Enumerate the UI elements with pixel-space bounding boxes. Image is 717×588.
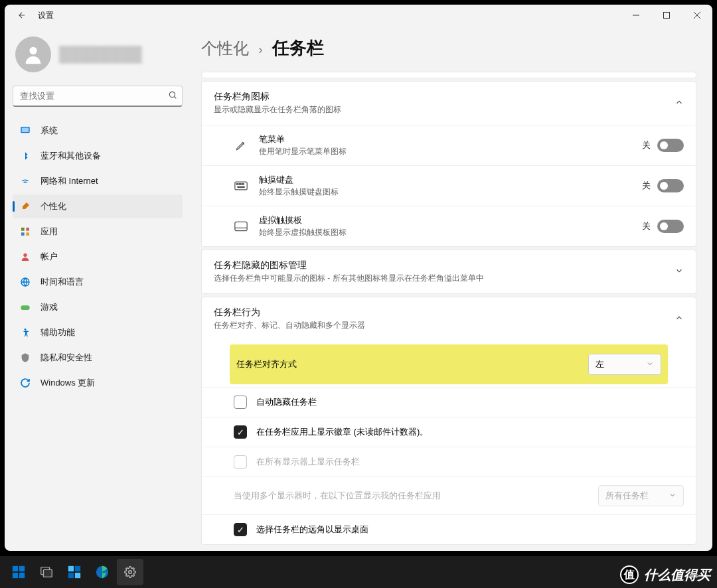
svg-rect-21 bbox=[13, 566, 18, 571]
user-profile[interactable]: ████████ bbox=[13, 26, 183, 86]
chevron-up-icon bbox=[675, 98, 684, 110]
corner-icon-row: 虚拟触摸板始终显示虚拟触摸板图标 关 bbox=[202, 206, 696, 246]
corner-icons-card: 任务栏角图标 显示或隐藏显示在任务栏角落的图标 笔菜单使用笔时显示笔菜单图标 关… bbox=[201, 81, 696, 247]
nav-label: 蓝牙和其他设备 bbox=[40, 150, 101, 162]
svg-point-12 bbox=[25, 329, 27, 331]
svg-rect-23 bbox=[13, 573, 18, 578]
nav-item-apps[interactable]: 应用 bbox=[13, 220, 183, 244]
breadcrumb-current: 任务栏 bbox=[272, 37, 324, 60]
nav-item-globe[interactable]: 时间和语言 bbox=[13, 270, 183, 294]
hidden-icons-card: 任务栏隐藏的图标管理 选择任务栏角中可能显示的图标 - 所有其他图标将显示在任务… bbox=[201, 250, 696, 294]
svg-rect-13 bbox=[235, 182, 247, 190]
multi-monitor-dropdown: 所有任务栏 bbox=[598, 485, 684, 506]
task-view-icon[interactable] bbox=[33, 559, 60, 585]
nav-item-gamepad[interactable]: 游戏 bbox=[13, 295, 183, 319]
corner-icon-row: 触摸键盘始终显示触摸键盘图标 关 bbox=[202, 165, 696, 206]
watermark-badge: 值 bbox=[620, 565, 639, 584]
wifi-icon bbox=[19, 175, 31, 187]
svg-rect-16 bbox=[242, 184, 244, 185]
behavior-checkbox-row: 在所有显示器上显示任务栏 bbox=[202, 447, 696, 477]
window-controls bbox=[621, 5, 712, 26]
titlebar: 设置 bbox=[5, 5, 712, 26]
nav-item-monitor[interactable]: 系统 bbox=[13, 119, 183, 143]
globe-icon bbox=[19, 276, 31, 288]
svg-rect-7 bbox=[21, 232, 25, 236]
search-input[interactable] bbox=[13, 86, 183, 107]
nav-item-person[interactable]: 帐户 bbox=[13, 245, 183, 269]
settings-window: 设置 ████████ 系统蓝牙和其他设备网络和 Internet个性化应用帐户… bbox=[5, 5, 712, 551]
brush-icon bbox=[19, 200, 31, 212]
nav-list: 系统蓝牙和其他设备网络和 Internet个性化应用帐户时间和语言游戏辅助功能隐… bbox=[13, 119, 183, 395]
nav-label: 隐私和安全性 bbox=[40, 352, 92, 364]
close-button[interactable] bbox=[682, 5, 712, 26]
behavior-checkbox-row[interactable]: 自动隐藏任务栏 bbox=[202, 387, 696, 417]
nav-label: 帐户 bbox=[40, 251, 58, 263]
widgets-icon[interactable] bbox=[61, 559, 88, 585]
alignment-dropdown[interactable]: 左 bbox=[588, 354, 661, 375]
behaviors-card: 任务栏行为 任务栏对齐、标记、自动隐藏和多个显示器 任务栏对齐方式 左 自动隐藏… bbox=[201, 297, 696, 545]
nav-item-bluetooth[interactable]: 蓝牙和其他设备 bbox=[13, 144, 183, 168]
monitor-icon bbox=[19, 125, 31, 137]
watermark-text: 什么值得买 bbox=[644, 566, 710, 584]
svg-rect-15 bbox=[240, 184, 242, 185]
bluetooth-icon bbox=[19, 150, 31, 162]
alignment-row: 任务栏对齐方式 左 bbox=[230, 344, 668, 384]
breadcrumb-parent[interactable]: 个性化 bbox=[201, 38, 249, 59]
svg-rect-26 bbox=[43, 569, 52, 577]
behavior-checkbox-row[interactable]: 在任务栏应用上显示徽章 (未读邮件计数器)。 bbox=[202, 417, 696, 447]
nav-item-accessibility[interactable]: 辅助功能 bbox=[13, 321, 183, 344]
svg-rect-14 bbox=[236, 184, 238, 185]
shield-icon bbox=[19, 352, 31, 364]
nav-label: 网络和 Internet bbox=[40, 175, 98, 187]
nav-label: 应用 bbox=[40, 226, 58, 238]
row-icon bbox=[234, 179, 248, 193]
toggle-switch[interactable] bbox=[657, 220, 684, 233]
back-button[interactable] bbox=[15, 9, 29, 22]
sidebar: ████████ 系统蓝牙和其他设备网络和 Internet个性化应用帐户时间和… bbox=[5, 26, 191, 551]
card-stub bbox=[201, 72, 696, 78]
svg-rect-28 bbox=[75, 566, 80, 571]
minimize-button[interactable] bbox=[621, 5, 651, 26]
nav-item-shield[interactable]: 隐私和安全性 bbox=[13, 346, 183, 370]
nav-label: 个性化 bbox=[40, 200, 66, 212]
nav-item-brush[interactable]: 个性化 bbox=[13, 194, 183, 218]
toggle-switch[interactable] bbox=[657, 139, 684, 152]
svg-rect-4 bbox=[22, 127, 29, 132]
start-button[interactable] bbox=[5, 559, 32, 585]
settings-taskbar-icon[interactable] bbox=[117, 559, 143, 585]
search-icon bbox=[168, 90, 177, 102]
corner-icons-header[interactable]: 任务栏角图标 显示或隐藏显示在任务栏角落的图标 bbox=[202, 82, 696, 125]
multi-monitor-row: 当使用多个显示器时，在以下位置显示我的任务栏应用 所有任务栏 bbox=[202, 477, 696, 514]
svg-rect-8 bbox=[26, 232, 29, 236]
checkbox[interactable] bbox=[234, 425, 247, 439]
checkbox[interactable] bbox=[234, 523, 247, 536]
svg-point-32 bbox=[129, 571, 132, 574]
taskbar[interactable] bbox=[0, 556, 717, 588]
corner-icon-row: 笔菜单使用笔时显示笔菜单图标 关 bbox=[202, 125, 696, 165]
breadcrumb: 个性化 › 任务栏 bbox=[201, 26, 696, 72]
avatar bbox=[15, 37, 51, 72]
row-icon bbox=[234, 219, 248, 234]
nav-item-wifi[interactable]: 网络和 Internet bbox=[13, 169, 183, 193]
maximize-button[interactable] bbox=[651, 5, 682, 26]
chevron-right-icon: › bbox=[258, 42, 263, 57]
checkbox[interactable] bbox=[234, 396, 247, 409]
nav-label: 游戏 bbox=[40, 301, 58, 313]
toggle-switch[interactable] bbox=[657, 179, 684, 192]
watermark: 值 什么值得买 bbox=[620, 565, 710, 584]
svg-point-9 bbox=[23, 254, 27, 257]
svg-rect-5 bbox=[21, 228, 25, 231]
help-links: 获取帮助 提供反馈 bbox=[201, 548, 696, 551]
desktop-corner-row[interactable]: 选择任务栏的远角以显示桌面 bbox=[202, 514, 696, 544]
edge-icon[interactable] bbox=[89, 559, 116, 585]
behaviors-header[interactable]: 任务栏行为 任务栏对齐、标记、自动隐藏和多个显示器 bbox=[202, 297, 696, 340]
nav-item-update[interactable]: Windows 更新 bbox=[13, 371, 183, 395]
accessibility-icon bbox=[19, 327, 31, 338]
chevron-down-icon bbox=[669, 491, 677, 501]
svg-rect-30 bbox=[75, 573, 80, 578]
nav-label: 辅助功能 bbox=[40, 327, 75, 338]
svg-rect-6 bbox=[26, 228, 29, 231]
gamepad-icon bbox=[19, 301, 31, 313]
hidden-icons-header[interactable]: 任务栏隐藏的图标管理 选择任务栏角中可能显示的图标 - 所有其他图标将显示在任务… bbox=[202, 250, 696, 293]
svg-rect-29 bbox=[68, 573, 74, 578]
